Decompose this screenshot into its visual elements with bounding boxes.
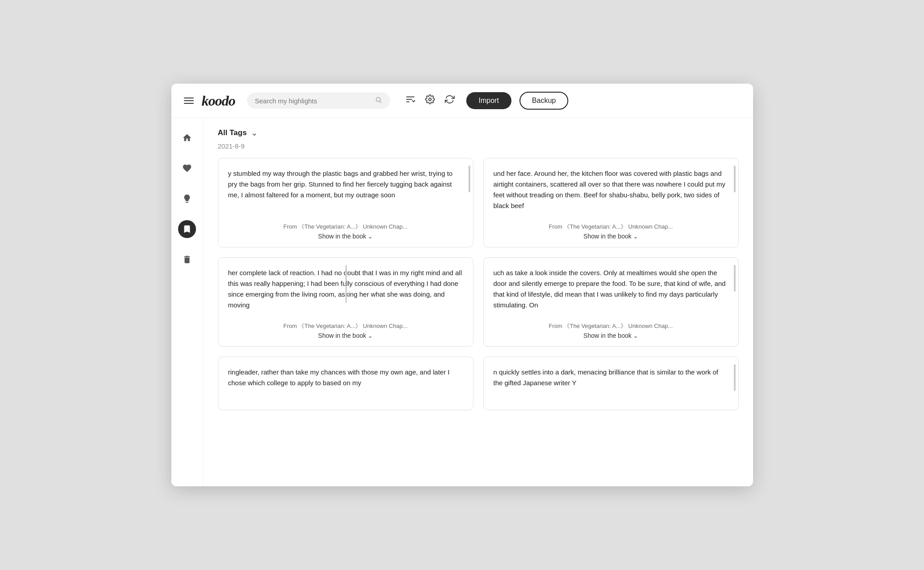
show-in-book-3[interactable]: Show in the book ⌄ [228,332,463,339]
app-window: koodo [171,84,753,486]
content-area: All Tags ⌄ 2021-8-9 y stumbled my way th… [204,118,753,486]
card-footer-2: From 《The Vegetarian: A...》 Unknown Chap… [494,223,728,240]
refresh-icon[interactable] [445,94,455,107]
card-scrollbar-1 [468,166,470,192]
search-bar[interactable] [247,93,390,109]
menu-icon[interactable] [184,98,194,104]
sidebar-item-trash[interactable] [178,251,196,268]
sidebar-item-favorites[interactable] [178,159,196,177]
card-divider-3 [345,265,347,303]
sidebar-item-ideas[interactable] [178,190,196,208]
card-source-4: From 《The Vegetarian: A...》 Unknown Chap… [494,322,728,330]
sidebar-item-home[interactable] [178,129,196,147]
card-footer-1: From 《The Vegetarian: A...》 Unknown Chap… [228,223,463,240]
date-label: 2021-8-9 [218,142,739,150]
svg-line-1 [380,101,381,102]
card-text-6: n quickly settles into a dark, menacing … [494,367,728,403]
highlight-card-2: und her face. Around her, the kitchen fl… [483,158,739,247]
search-input[interactable] [255,97,371,105]
svg-point-5 [429,98,431,101]
card-source-1: From 《The Vegetarian: A...》 Unknown Chap… [228,223,463,231]
show-in-book-2[interactable]: Show in the book ⌄ [494,233,728,240]
highlight-card-3: her complete lack of reaction. I had no … [218,257,473,347]
search-icon [375,96,382,105]
import-button[interactable]: Import [466,92,511,109]
card-text-4: uch as take a look inside the covers. On… [494,268,728,316]
tags-label: All Tags [218,128,247,137]
card-scrollbar-4 [734,265,736,292]
highlight-card-6: n quickly settles into a dark, menacing … [483,357,739,410]
card-text-5: ringleader, rather than take my chances … [228,367,463,403]
highlight-card-4: uch as take a look inside the covers. On… [483,257,739,347]
highlight-card-5: ringleader, rather than take my chances … [218,357,473,410]
card-scrollbar-2 [734,166,736,192]
logo: koodo [202,93,235,109]
sidebar [171,118,204,486]
tags-dropdown-icon[interactable]: ⌄ [251,128,258,138]
tags-bar: All Tags ⌄ [218,128,739,138]
show-in-book-1[interactable]: Show in the book ⌄ [228,233,463,240]
card-source-2: From 《The Vegetarian: A...》 Unknown Chap… [494,223,728,231]
card-text-2: und her face. Around her, the kitchen fl… [494,168,728,217]
card-source-3: From 《The Vegetarian: A...》 Unknown Chap… [228,322,463,330]
card-footer-4: From 《The Vegetarian: A...》 Unknown Chap… [494,322,728,339]
sidebar-item-bookmarks[interactable] [178,220,196,238]
highlight-card-1: y stumbled my way through the plastic ba… [218,158,473,247]
show-chevron-4: ⌄ [633,332,638,339]
settings-icon[interactable] [425,94,435,107]
show-chevron-3: ⌄ [368,332,373,339]
main-layout: All Tags ⌄ 2021-8-9 y stumbled my way th… [171,118,753,486]
card-footer-3: From 《The Vegetarian: A...》 Unknown Chap… [228,322,463,339]
header: koodo [171,84,753,118]
backup-button[interactable]: Backup [519,92,568,110]
show-chevron-2: ⌄ [633,233,638,240]
show-chevron-1: ⌄ [368,233,373,240]
show-in-book-4[interactable]: Show in the book ⌄ [494,332,728,339]
card-text-1: y stumbled my way through the plastic ba… [228,168,463,217]
header-icons [405,94,455,107]
card-scrollbar-6 [734,364,736,391]
sort-icon[interactable] [405,94,415,107]
cards-grid: y stumbled my way through the plastic ba… [218,158,739,410]
